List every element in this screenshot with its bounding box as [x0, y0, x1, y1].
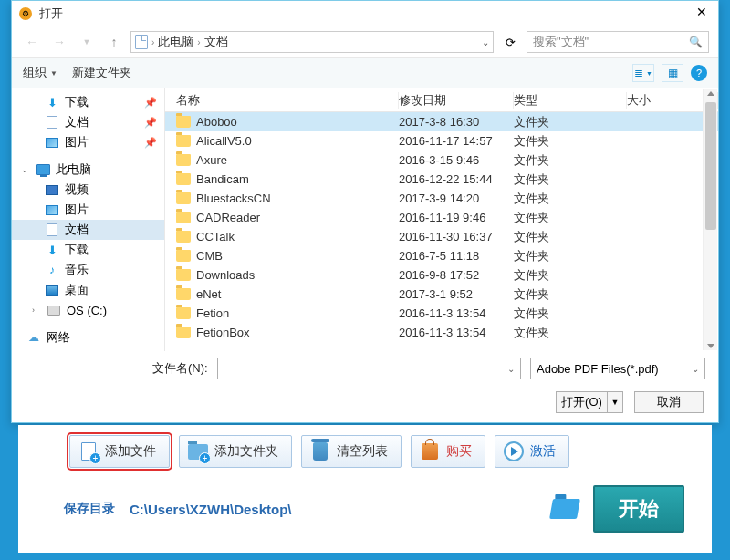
folder-icon	[176, 307, 191, 319]
gear-icon: ⚙	[19, 7, 32, 20]
open-button[interactable]: 打开(O) ▼	[556, 391, 623, 413]
pin-icon: 📌	[144, 117, 157, 129]
pin-icon: 📌	[144, 137, 157, 149]
chevron-right-icon: ›	[197, 37, 200, 47]
search-input[interactable]: 搜索"文档" 🔍	[527, 31, 709, 53]
sidebar-item[interactable]: 桌面	[12, 280, 164, 300]
plus-icon: +	[89, 452, 101, 464]
sidebar-item[interactable]: ⬇下载	[12, 240, 164, 260]
file-row[interactable]: FetionBox2016-11-3 13:54文件夹	[165, 323, 718, 342]
folder-icon	[176, 231, 191, 243]
dialog-buttons: 打开(O) ▼ 取消	[12, 386, 718, 419]
chevron-down-icon[interactable]: ⌄	[507, 364, 515, 374]
chevron-down-icon[interactable]: ▼	[608, 398, 622, 407]
folder-icon	[176, 116, 191, 128]
refresh-icon[interactable]: ⟳	[499, 31, 521, 53]
bag-icon	[422, 443, 438, 460]
breadcrumb-current[interactable]: 文档	[204, 34, 228, 50]
file-row[interactable]: CMB2016-7-5 11:18文件夹	[165, 246, 718, 265]
sidebar-item[interactable]: 图片	[12, 200, 164, 220]
scroll-thumb[interactable]	[705, 102, 716, 230]
chevron-down-icon[interactable]: ▼	[76, 31, 98, 53]
search-icon: 🔍	[689, 36, 703, 48]
sidebar-item[interactable]: ⬇下载📌	[12, 92, 164, 112]
add-file-button[interactable]: + 添加文件	[69, 435, 170, 468]
play-icon	[504, 441, 524, 461]
folder-icon	[176, 192, 191, 204]
file-row[interactable]: Axure2016-3-15 9:46文件夹	[165, 150, 718, 170]
search-placeholder: 搜索"文档"	[533, 34, 589, 50]
plus-icon: +	[199, 452, 211, 464]
sidebar-item[interactable]: 文档	[12, 220, 164, 240]
file-row[interactable]: Aboboo2017-3-8 16:30文件夹	[165, 112, 718, 131]
view-grid-icon[interactable]: ▦	[662, 64, 683, 82]
organize-menu[interactable]: 组织 ▼	[23, 65, 57, 81]
up-icon[interactable]: ↑	[103, 31, 125, 53]
back-icon[interactable]: ←	[21, 31, 43, 53]
pin-icon: 📌	[144, 97, 157, 109]
forward-icon[interactable]: →	[48, 31, 70, 53]
view-list-icon[interactable]: ≣ ▼	[632, 64, 654, 82]
pc-icon	[36, 164, 50, 175]
chevron-down-icon[interactable]: ⌄	[482, 37, 489, 47]
breadcrumb[interactable]: › 此电脑 › 文档 ⌄	[130, 31, 494, 53]
dialog-title: 打开	[39, 5, 693, 22]
filter-select[interactable]: Adobe PDF Files(*.pdf) ⌄	[530, 358, 705, 379]
app-toolbar: + 添加文件 + 添加文件夹 清空列表 购买 激活	[36, 432, 694, 471]
file-row[interactable]: AlicallV5.02016-11-17 14:57文件夹	[165, 131, 718, 150]
chevron-right-icon: ›	[151, 37, 154, 47]
file-row[interactable]: BluestacksCN2017-3-9 14:20文件夹	[165, 189, 718, 208]
filename-label: 文件名(N):	[152, 360, 208, 377]
file-row[interactable]: Downloads2016-9-8 17:52文件夹	[165, 265, 718, 285]
network-icon: ☁	[26, 331, 41, 344]
start-button[interactable]: 开始	[593, 485, 684, 533]
file-row[interactable]: Bandicam2016-12-22 15:44文件夹	[165, 170, 718, 189]
app-panel: + 添加文件 + 添加文件夹 清空列表 购买 激活 保存目录 C:\Users\…	[18, 425, 712, 553]
sidebar-item[interactable]: 视频	[12, 180, 164, 200]
col-name[interactable]: 名称	[165, 92, 399, 109]
file-row[interactable]: eNet2017-3-1 9:52文件夹	[165, 285, 718, 304]
filename-input[interactable]: ⌄	[217, 358, 521, 379]
expander-icon[interactable]: ⌄	[21, 165, 30, 174]
folder-icon	[176, 173, 191, 185]
buy-button[interactable]: 购买	[411, 435, 485, 468]
file-row[interactable]: CCTalk2016-11-30 16:37文件夹	[165, 227, 718, 246]
sidebar-item[interactable]: 文档📌	[12, 112, 164, 132]
file-list: 名称 修改日期 类型 大小 Aboboo2017-3-8 16:30文件夹Ali…	[165, 88, 718, 351]
folder-icon	[176, 288, 191, 300]
save-dir-label: 保存目录	[64, 501, 115, 517]
col-type[interactable]: 类型	[514, 92, 627, 109]
activate-button[interactable]: 激活	[495, 435, 569, 468]
folder-icon	[176, 327, 191, 338]
sidebar-network[interactable]: ☁ 网络	[12, 327, 164, 347]
sidebar-this-pc[interactable]: ⌄ 此电脑	[12, 160, 164, 180]
col-date[interactable]: 修改日期	[399, 92, 514, 109]
file-row[interactable]: CADReader2016-11-19 9:46文件夹	[165, 208, 718, 227]
titlebar: ⚙ 打开 ✕	[12, 1, 718, 26]
new-folder-button[interactable]: 新建文件夹	[72, 65, 131, 81]
breadcrumb-root[interactable]: 此电脑	[158, 34, 193, 50]
folder-icon	[176, 250, 191, 262]
folder-open-icon[interactable]	[549, 499, 580, 519]
filename-row: 文件名(N): ⌄ Adobe PDF Files(*.pdf) ⌄	[12, 351, 718, 386]
nav-bar: ← → ▼ ↑ › 此电脑 › 文档 ⌄ ⟳ 搜索"文档" 🔍	[12, 26, 718, 57]
folder-icon	[176, 212, 191, 223]
open-dialog: ⚙ 打开 ✕ ← → ▼ ↑ › 此电脑 › 文档 ⌄ ⟳ 搜索"文档" 🔍 组…	[11, 0, 719, 423]
file-list-header: 名称 修改日期 类型 大小	[165, 88, 718, 112]
cancel-button[interactable]: 取消	[634, 391, 704, 413]
sidebar-item[interactable]: 图片📌	[12, 132, 164, 152]
save-path-row: 保存目录 C:\Users\XZWH\Desktop\ 开始	[36, 471, 694, 542]
sidebar-item[interactable]: ›OS (C:)	[12, 300, 164, 320]
page-icon	[135, 35, 148, 49]
help-icon[interactable]: ?	[691, 65, 707, 81]
save-dir-value: C:\Users\XZWH\Desktop\	[130, 502, 537, 517]
clear-list-button[interactable]: 清空列表	[301, 435, 402, 468]
sidebar-item[interactable]: ♪音乐	[12, 260, 164, 280]
add-folder-button[interactable]: + 添加文件夹	[179, 435, 292, 468]
close-icon[interactable]: ✕	[693, 5, 711, 23]
scrollbar-vertical[interactable]	[703, 89, 717, 350]
toolbar: 组织 ▼ 新建文件夹 ≣ ▼ ▦ ?	[12, 57, 718, 88]
folder-icon	[176, 154, 191, 166]
expander-icon[interactable]: ›	[32, 306, 41, 315]
file-row[interactable]: Fetion2016-11-3 13:54文件夹	[165, 304, 718, 323]
